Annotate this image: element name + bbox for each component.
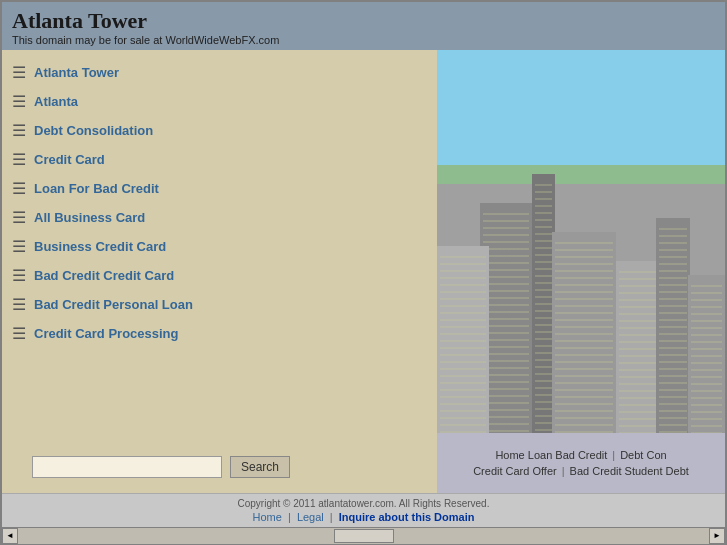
link-debt-con[interactable]: Debt Con [620, 449, 666, 461]
nav-bullet: ☰ [12, 208, 26, 227]
main-layout: ☰ Atlanta Tower ☰ Atlanta ☰ Debt Consoli… [2, 50, 725, 493]
nav-item-4[interactable]: ☰ Credit Card [2, 145, 437, 174]
nav-link-bad-credit-personal-loan[interactable]: Bad Credit Personal Loan [34, 297, 193, 312]
nav-item-1[interactable]: ☰ Atlanta Tower [2, 58, 437, 87]
nav-link-loan-bad-credit[interactable]: Loan For Bad Credit [34, 181, 159, 196]
footer-links: Home | Legal | Inquire about this Domain [6, 511, 721, 523]
right-panel: Home Loan Bad Credit | Debt Con Credit C… [437, 50, 725, 493]
browser-window: Atlanta Tower This domain may be for sal… [0, 0, 727, 545]
link-home-loan-bad-credit[interactable]: Home Loan Bad Credit [495, 449, 607, 461]
scroll-right-btn[interactable]: ► [709, 528, 725, 544]
nav-bullet: ☰ [12, 179, 26, 198]
nav-item-9[interactable]: ☰ Bad Credit Personal Loan [2, 290, 437, 319]
scroll-track[interactable] [18, 528, 709, 544]
nav-item-3[interactable]: ☰ Debt Consolidation [2, 116, 437, 145]
footer-link-home[interactable]: Home [253, 511, 282, 523]
footer-copyright: Copyright © 2011 atlantatower.com. All R… [6, 498, 721, 509]
building-4 [616, 261, 659, 433]
building-7 [437, 246, 489, 433]
nav-link-bad-credit-credit-card[interactable]: Bad Credit Credit Card [34, 268, 174, 283]
nav-link-atlanta[interactable]: Atlanta [34, 94, 78, 109]
nav-bullet: ☰ [12, 63, 26, 82]
site-title: Atlanta Tower [12, 8, 715, 34]
bottom-link-row-1: Home Loan Bad Credit | Debt Con [445, 449, 717, 461]
nav-bullet: ☰ [12, 266, 26, 285]
nav-list: ☰ Atlanta Tower ☰ Atlanta ☰ Debt Consoli… [2, 50, 437, 446]
nav-link-atlanta-tower[interactable]: Atlanta Tower [34, 65, 119, 80]
scroll-thumb[interactable] [334, 529, 394, 543]
search-area: Search [2, 446, 437, 493]
link-bad-credit-student-debt[interactable]: Bad Credit Student Debt [570, 465, 689, 477]
nav-bullet: ☰ [12, 324, 26, 343]
nav-item-5[interactable]: ☰ Loan For Bad Credit [2, 174, 437, 203]
page-content: Atlanta Tower This domain may be for sal… [2, 2, 725, 527]
link-credit-card-offer[interactable]: Credit Card Offer [473, 465, 557, 477]
footer-link-legal[interactable]: Legal [297, 511, 324, 523]
nav-link-business-credit-card[interactable]: Business Credit Card [34, 239, 166, 254]
footer-link-inquire[interactable]: Inquire about this Domain [339, 511, 475, 523]
nav-bullet: ☰ [12, 92, 26, 111]
nav-link-credit-card-processing[interactable]: Credit Card Processing [34, 326, 179, 341]
nav-link-all-business-card[interactable]: All Business Card [34, 210, 145, 225]
search-button[interactable]: Search [230, 456, 290, 478]
building-5 [656, 218, 691, 433]
left-panel: ☰ Atlanta Tower ☰ Atlanta ☰ Debt Consoli… [2, 50, 437, 493]
scroll-left-btn[interactable]: ◄ [2, 528, 18, 544]
city-image [437, 50, 725, 433]
building-3 [552, 232, 615, 433]
scrollbar[interactable]: ◄ ► [2, 527, 725, 543]
nav-item-8[interactable]: ☰ Bad Credit Credit Card [2, 261, 437, 290]
nav-item-7[interactable]: ☰ Business Credit Card [2, 232, 437, 261]
site-header: Atlanta Tower This domain may be for sal… [2, 2, 725, 50]
nav-bullet: ☰ [12, 237, 26, 256]
site-subtitle: This domain may be for sale at WorldWide… [12, 34, 715, 46]
bottom-links: Home Loan Bad Credit | Debt Con Credit C… [437, 433, 725, 493]
search-input[interactable] [32, 456, 222, 478]
separator-2: | [562, 465, 565, 477]
nav-item-2[interactable]: ☰ Atlanta [2, 87, 437, 116]
building-6 [688, 275, 725, 433]
nav-bullet: ☰ [12, 121, 26, 140]
nav-bullet: ☰ [12, 295, 26, 314]
separator-1: | [612, 449, 615, 461]
site-footer: Copyright © 2011 atlantatower.com. All R… [2, 493, 725, 527]
nav-bullet: ☰ [12, 150, 26, 169]
nav-item-10[interactable]: ☰ Credit Card Processing [2, 319, 437, 348]
bottom-link-row-2: Credit Card Offer | Bad Credit Student D… [445, 465, 717, 477]
buildings [437, 146, 725, 433]
nav-item-6[interactable]: ☰ All Business Card [2, 203, 437, 232]
nav-link-credit-card[interactable]: Credit Card [34, 152, 105, 167]
nav-link-debt-consolidation[interactable]: Debt Consolidation [34, 123, 153, 138]
